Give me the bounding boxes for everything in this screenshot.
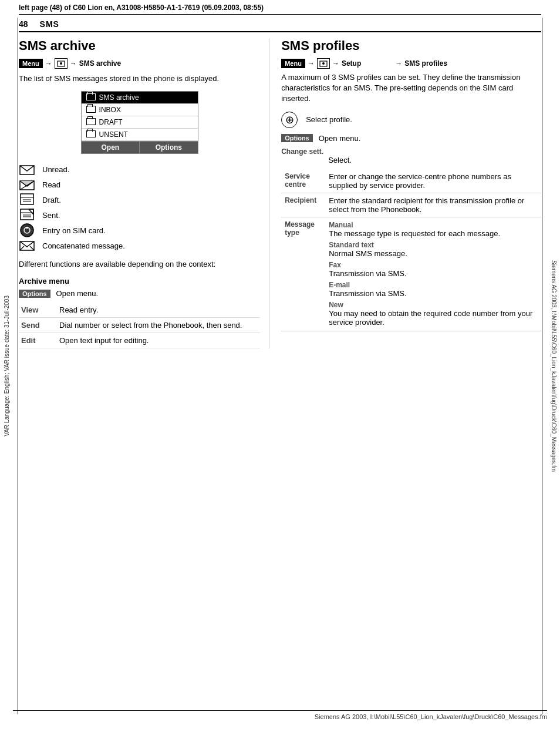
- joystick-icon: [281, 112, 298, 128]
- icon-label-concat: Concatenated message.: [42, 241, 125, 250]
- sublabel-manual: Manual: [329, 221, 353, 229]
- nav-label-sms-profiles: SMS profiles: [404, 59, 447, 68]
- draft-icon: [19, 193, 35, 206]
- sublabel-new: New: [329, 301, 343, 309]
- desc-label-edit: Edit: [19, 333, 57, 348]
- svg-line-19: [30, 246, 34, 250]
- folder-icon-draft: [86, 118, 96, 125]
- msgtype-stdtext-row: Standard text Normal SMS message.: [329, 240, 538, 258]
- top-header-bar: left page (48) of C60 Lion en, A31008-H5…: [19, 0, 541, 15]
- right-section-title: SMS profiles: [281, 38, 541, 53]
- svg-line-13: [29, 209, 33, 214]
- nav-label-setup: Setup: [342, 59, 361, 68]
- profile-table: Service centre Enter or change the servi…: [281, 169, 541, 331]
- icon-label-sim: Entry on SIM card.: [42, 226, 106, 235]
- profile-row-recipient: Recipient Enter the standard recipient f…: [281, 193, 541, 217]
- folder-icon-inbox: [86, 106, 96, 113]
- joystick-row: Select profile.: [281, 112, 541, 128]
- folder-icon-sms: [86, 93, 96, 100]
- desc-label-view: View: [19, 303, 57, 318]
- sublabel-stdtext: Standard text: [329, 241, 374, 249]
- left-nav-path: Menu → → SMS archive: [19, 58, 260, 69]
- left-body-text: The list of SMS messages stored in the p…: [19, 73, 260, 84]
- icon-row-read: Read: [19, 178, 260, 191]
- desc-text-view: Read entry.: [57, 303, 260, 318]
- options-desc-right: Open menu.: [319, 134, 361, 143]
- msgtype-fax-row: Fax Transmission via SMS.: [329, 260, 538, 278]
- icon-row-draft: Draft.: [19, 193, 260, 206]
- profile-desc-recipient: Enter the standard recipient for this tr…: [325, 193, 541, 217]
- menu-button-right[interactable]: Menu: [281, 59, 305, 68]
- icon-row-unread: Unread.: [19, 163, 260, 176]
- subdesc-fax: Transmission via SMS.: [329, 269, 406, 278]
- icon-legend: Unread. Read: [19, 163, 260, 252]
- subdesc-new: You may need to obtain the required code…: [329, 309, 532, 327]
- archive-btn-row: Open Options: [82, 141, 198, 153]
- profile-label-msgtype: Message type: [281, 217, 325, 331]
- profile-label-service: Service centre: [281, 169, 325, 193]
- change-sett-label: Change sett.: [281, 147, 323, 156]
- unread-icon: [19, 163, 35, 176]
- svg-point-21: [322, 62, 325, 65]
- page-number: 48: [19, 19, 28, 29]
- open-button[interactable]: Open: [82, 142, 140, 153]
- nav-label-left: SMS archive: [79, 59, 121, 68]
- profile-row-service: Service centre Enter or change the servi…: [281, 169, 541, 193]
- options-badge-left[interactable]: Options: [19, 290, 50, 298]
- msgtype-new-row: New You may need to obtain the required …: [329, 300, 538, 327]
- desc-label-send: Send: [19, 318, 57, 333]
- left-section-title: SMS archive: [19, 38, 260, 53]
- left-column: SMS archive Menu → → SMS archive The lis…: [19, 38, 269, 348]
- svg-rect-9: [21, 209, 33, 220]
- icon-label-read: Read: [42, 180, 60, 189]
- read-icon: [19, 178, 35, 191]
- svg-rect-5: [21, 194, 33, 204]
- svg-point-14: [21, 224, 33, 237]
- page-header: 48 SMS: [19, 15, 541, 32]
- desc-row-send: Send Dial number or select from the Phon…: [19, 318, 260, 333]
- desc-row-edit: Edit Open text input for editing.: [19, 333, 260, 348]
- side-text-right: Siemens AG 2003, I:\Mobil\L55\C60_Lion_k…: [547, 0, 560, 732]
- archive-item-sms[interactable]: SMS archive: [82, 92, 198, 104]
- right-nav-path: Menu → → Setup → SMS profiles: [281, 58, 541, 69]
- icon-label-unread: Unread.: [42, 165, 69, 174]
- archive-item-inbox[interactable]: INBOX: [82, 104, 198, 116]
- right-body-text: A maximum of 3 SMS profiles can be set. …: [281, 72, 541, 105]
- options-row-left: Options Open menu.: [19, 289, 260, 298]
- right-column: SMS profiles Menu → → Setup → SMS profil…: [269, 38, 541, 348]
- archive-item-unsent[interactable]: UNSENT: [82, 129, 198, 141]
- subdesc-manual: The message type is requested for each m…: [329, 229, 500, 238]
- archive-desc-table: View Read entry. Send Dial number or sel…: [19, 303, 260, 348]
- options-row-right: Options Open menu.: [281, 134, 541, 143]
- desc-text-edit: Open text input for editing.: [57, 333, 260, 348]
- archive-menu-subtitle: Archive menu: [19, 277, 260, 286]
- svg-rect-16: [26, 227, 28, 229]
- svg-point-1: [60, 62, 62, 65]
- svg-line-18: [20, 246, 24, 250]
- sublabel-email: E-mail: [329, 281, 350, 289]
- change-sett-desc: Select.: [281, 156, 541, 164]
- archive-menu-box: SMS archive INBOX DRAFT UNSENT Open Opti…: [81, 91, 198, 154]
- change-sett-row: Change sett.: [281, 147, 541, 156]
- menu-button-left[interactable]: Menu: [19, 59, 43, 68]
- nav-icon-right: [317, 58, 330, 69]
- options-badge-right[interactable]: Options: [281, 134, 313, 142]
- joystick-label: Select profile.: [306, 115, 352, 124]
- concat-icon: [19, 239, 35, 252]
- subdesc-stdtext: Normal SMS message.: [329, 249, 407, 258]
- vertical-line-right: [542, 18, 542, 714]
- footer-text: Siemens AG 2003, I:\Mobil\L55\C60_Lion_k…: [315, 713, 547, 720]
- folder-icon-unsent: [86, 130, 96, 137]
- icon-row-sim: Entry on SIM card.: [19, 224, 260, 237]
- bottom-footer: Siemens AG 2003, I:\Mobil\L55\C60_Lion_k…: [13, 710, 547, 720]
- options-button-archive[interactable]: Options: [140, 142, 198, 153]
- sublabel-fax: Fax: [329, 261, 341, 269]
- profile-row-msgtype: Message type Manual The message type is …: [281, 217, 541, 331]
- desc-text-send: Dial number or select from the Phonebook…: [57, 318, 260, 333]
- options-desc-left: Open menu.: [56, 289, 99, 298]
- page-title: SMS: [40, 19, 59, 29]
- icon-row-sent: Sent.: [19, 209, 260, 221]
- vertical-line-left: [18, 18, 18, 714]
- archive-item-draft[interactable]: DRAFT: [82, 116, 198, 129]
- icon-row-concat: Concatenated message.: [19, 239, 260, 252]
